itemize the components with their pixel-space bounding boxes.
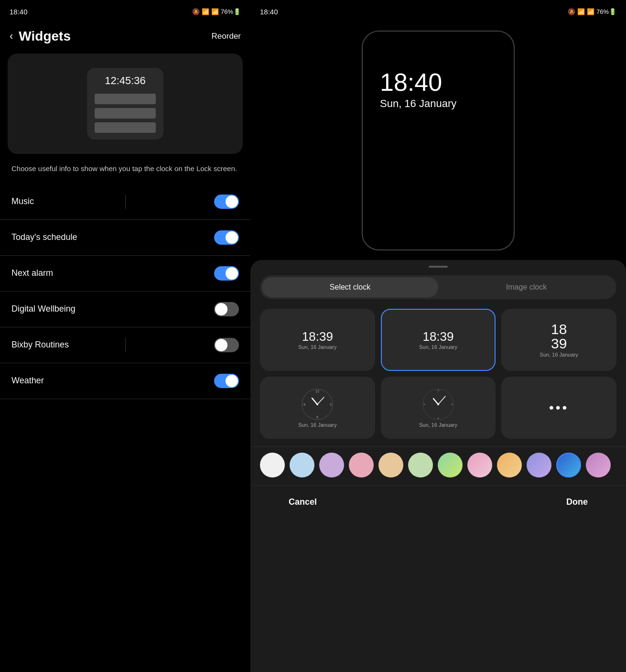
- analog-clock-2: [421, 388, 455, 421]
- toggle-label-digital-wellbeing: Digital Wellbeing: [11, 304, 76, 314]
- bottom-sheet: Select clock Image clock 18:39 Sun, 16 J…: [250, 260, 626, 672]
- toggle-item-weather[interactable]: Weather: [0, 363, 250, 399]
- clock-bar-1: [95, 94, 156, 104]
- swatch-grad-mauve[interactable]: [586, 453, 611, 477]
- toggle-label-todays-schedule: Today's schedule: [11, 232, 77, 242]
- phone-lock-date: Sun, 16 January: [380, 98, 456, 110]
- swatch-grad-pink[interactable]: [467, 453, 492, 477]
- swatch-mint[interactable]: [408, 453, 433, 477]
- clock-3-time-top: 18: [551, 322, 567, 336]
- svg-text:12: 12: [315, 390, 319, 393]
- cancel-button[interactable]: Cancel: [270, 493, 336, 511]
- clock-3-date: Sun, 16 January: [540, 352, 578, 358]
- toggle-label-weather: Weather: [11, 376, 44, 386]
- swatch-white[interactable]: [260, 453, 285, 477]
- svg-text:9: 9: [303, 403, 305, 406]
- svg-text:3: 3: [330, 403, 332, 406]
- svg-point-7: [316, 403, 318, 405]
- swatch-grad-orange[interactable]: [497, 453, 522, 477]
- svg-text:6: 6: [316, 415, 318, 419]
- swatch-grad-purple[interactable]: [527, 453, 551, 477]
- wifi-icon: 📶: [202, 8, 209, 15]
- clock-2-date: Sun, 16 January: [419, 344, 457, 350]
- svg-line-5: [312, 398, 317, 404]
- color-swatches: [250, 446, 626, 485]
- toggle-switch-bixby-routines[interactable]: [214, 338, 239, 352]
- toggle-divider-music: [125, 195, 126, 209]
- toggle-item-digital-wellbeing[interactable]: Digital Wellbeing: [0, 292, 250, 327]
- reorder-button[interactable]: Reorder: [212, 32, 241, 41]
- toggle-knob-weather: [226, 375, 238, 387]
- phone-frame: 18:40 Sun, 16 January: [362, 31, 515, 250]
- svg-line-6: [317, 397, 324, 404]
- toggle-knob-bixby-routines: [215, 339, 227, 351]
- right-mute-icon: 🔕: [568, 8, 575, 15]
- toggle-switch-music[interactable]: [214, 195, 239, 209]
- right-status-icons: 🔕 📶 📶 76%🔋: [568, 8, 616, 15]
- svg-line-13: [433, 399, 438, 404]
- swatch-grad-green[interactable]: [438, 453, 463, 477]
- phone-lock-time: 18:40: [380, 70, 442, 95]
- svg-point-15: [437, 403, 439, 405]
- page-title: Widgets: [19, 29, 211, 44]
- left-status-icons: 🔕 📶 📶 76%🔋: [192, 8, 241, 15]
- tab-image-clock[interactable]: Image clock: [438, 277, 615, 297]
- clock-option-5[interactable]: Sun, 16 January: [381, 377, 496, 439]
- clock-option-more[interactable]: •••: [501, 377, 616, 439]
- clock-5-date: Sun, 16 January: [419, 422, 457, 428]
- clock-option-1[interactable]: 18:39 Sun, 16 January: [260, 309, 375, 371]
- swatch-lightblue[interactable]: [290, 453, 314, 477]
- toggle-knob-todays-schedule: [226, 231, 238, 244]
- done-button[interactable]: Done: [547, 493, 607, 511]
- back-button[interactable]: ‹: [10, 30, 13, 43]
- toggle-item-bixby-routines[interactable]: Bixby Routines: [0, 327, 250, 363]
- left-panel: 18:40 🔕 📶 📶 76%🔋 ‹ Widgets Reorder 12:45…: [0, 0, 250, 672]
- toggle-switch-todays-schedule[interactable]: [214, 230, 239, 245]
- toggle-divider-bixby-routines: [125, 338, 126, 352]
- right-panel: 18:40 🔕 📶 📶 76%🔋 18:40 Sun, 16 January S…: [250, 0, 626, 672]
- swatch-peach[interactable]: [378, 453, 403, 477]
- swatch-grad-blue[interactable]: [556, 453, 581, 477]
- toggle-switch-next-alarm[interactable]: [214, 266, 239, 281]
- sheet-actions: Cancel Done: [250, 485, 626, 519]
- clock-bar-2: [95, 108, 156, 119]
- clock-bar-3: [95, 122, 156, 133]
- sheet-handle: [429, 266, 448, 268]
- mute-icon: 🔕: [192, 8, 200, 15]
- toggle-item-next-alarm[interactable]: Next alarm: [0, 256, 250, 292]
- toggle-label-bixby-routines: Bixby Routines: [11, 340, 69, 350]
- analog-clock-1: 12 3 9 6: [301, 388, 334, 421]
- clock-widget: 12:45:36: [87, 68, 163, 140]
- more-dots-icon: •••: [549, 400, 569, 415]
- clock-1-time: 18:39: [302, 330, 333, 344]
- swatch-pink[interactable]: [349, 453, 374, 477]
- clock-option-4[interactable]: 12 3 9 6 Sun, 16 January: [260, 377, 375, 439]
- svg-point-11: [437, 418, 439, 419]
- clock-option-2[interactable]: 18:39 Sun, 16 January: [381, 309, 496, 371]
- svg-point-9: [437, 390, 439, 391]
- swatch-lavender[interactable]: [319, 453, 344, 477]
- right-status-time: 18:40: [260, 8, 278, 16]
- left-status-time: 18:40: [10, 8, 28, 16]
- toggle-label-next-alarm: Next alarm: [11, 268, 53, 278]
- toggle-switch-digital-wellbeing[interactable]: [214, 302, 239, 316]
- toggles-list: MusicToday's scheduleNext alarmDigital W…: [0, 184, 250, 672]
- sheet-tabs: Select clock Image clock: [260, 275, 616, 299]
- svg-point-12: [423, 404, 425, 405]
- tab-select-clock[interactable]: Select clock: [262, 277, 438, 297]
- clock-option-3[interactable]: 18 39 Sun, 16 January: [501, 309, 616, 371]
- clock-1-date: Sun, 16 January: [298, 344, 336, 350]
- toggle-label-music: Music: [11, 196, 34, 206]
- clock-grid: 18:39 Sun, 16 January 18:39 Sun, 16 Janu…: [250, 309, 626, 446]
- clock-3-time-bottom: 39: [551, 336, 567, 351]
- toggle-knob-next-alarm: [226, 267, 238, 280]
- toggle-switch-weather[interactable]: [214, 374, 239, 388]
- svg-line-14: [438, 396, 445, 404]
- left-status-bar: 18:40 🔕 📶 📶 76%🔋: [0, 0, 250, 21]
- toggle-item-music[interactable]: Music: [0, 184, 250, 220]
- lock-screen-preview: 18:40 Sun, 16 January: [250, 21, 626, 260]
- clock-4-date: Sun, 16 January: [298, 422, 336, 428]
- svg-point-10: [451, 404, 453, 405]
- toggle-item-todays-schedule[interactable]: Today's schedule: [0, 220, 250, 256]
- page-header: ‹ Widgets Reorder: [0, 21, 250, 54]
